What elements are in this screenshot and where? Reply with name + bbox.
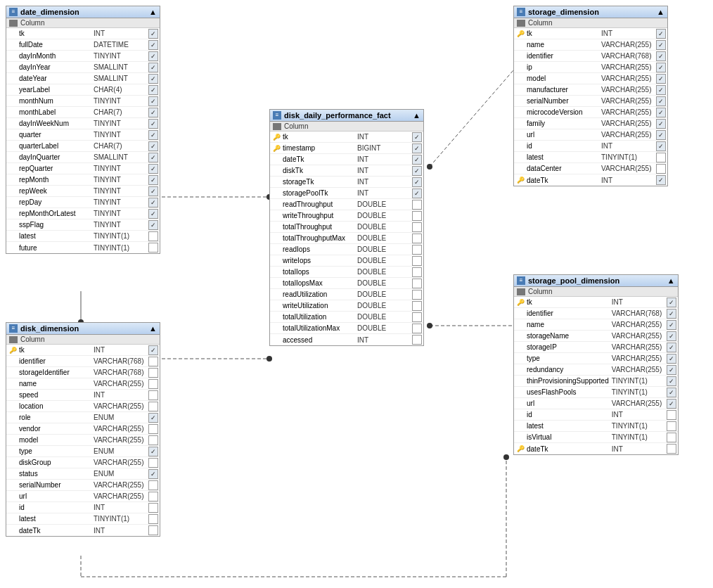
table-row[interactable]: readThroughputDOUBLE xyxy=(270,199,423,210)
table-row[interactable]: totalUtilizationMaxDOUBLE xyxy=(270,323,423,334)
table-row[interactable]: totalThroughputMaxDOUBLE xyxy=(270,233,423,244)
column-checkbox[interactable]: ✓ xyxy=(656,141,666,151)
column-checkbox[interactable]: ✓ xyxy=(148,29,158,39)
table-row[interactable]: idINT xyxy=(514,409,678,421)
table-row[interactable]: monthNumTINYINT✓ xyxy=(6,96,160,107)
table-row[interactable]: identifierVARCHAR(768) xyxy=(6,356,160,367)
column-checkbox[interactable] xyxy=(148,458,158,468)
column-checkbox[interactable] xyxy=(148,368,158,378)
column-checkbox[interactable] xyxy=(148,243,158,253)
column-checkbox[interactable]: ✓ xyxy=(148,119,158,129)
maximize-icon[interactable]: ▲ xyxy=(149,324,157,333)
table-row[interactable]: dateTkINT✓ xyxy=(270,154,423,165)
column-checkbox[interactable]: ✓ xyxy=(148,96,158,106)
table-row[interactable]: storageTkINT✓ xyxy=(270,177,423,188)
column-checkbox[interactable] xyxy=(667,421,676,431)
column-checkbox[interactable] xyxy=(148,492,158,501)
table-row[interactable]: modelVARCHAR(255)✓ xyxy=(514,73,667,84)
column-checkbox[interactable]: ✓ xyxy=(667,331,676,341)
column-checkbox[interactable] xyxy=(148,390,158,400)
column-checkbox[interactable] xyxy=(412,301,422,311)
maximize-icon[interactable]: ▲ xyxy=(667,276,675,285)
column-checkbox[interactable] xyxy=(667,410,676,420)
column-checkbox[interactable]: ✓ xyxy=(148,198,158,207)
column-checkbox[interactable] xyxy=(412,211,422,221)
column-checkbox[interactable]: ✓ xyxy=(412,132,422,142)
column-checkbox[interactable] xyxy=(148,402,158,411)
table-row[interactable]: roleENUM✓ xyxy=(6,412,160,423)
column-checkbox[interactable] xyxy=(412,279,422,288)
table-row[interactable]: sspFlagTINYINT✓ xyxy=(6,219,160,231)
table-row[interactable]: totalIopsDOUBLE xyxy=(270,267,423,278)
table-row[interactable]: latestTINYINT(1) xyxy=(6,513,160,525)
table-header-disk_dimension[interactable]: ≡disk_dimension▲ xyxy=(6,323,160,335)
column-checkbox[interactable]: ✓ xyxy=(148,345,158,355)
table-header-date_dimension[interactable]: ≡date_dimension▲ xyxy=(6,6,160,18)
table-header-storage_dimension[interactable]: ≡storage_dimension▲ xyxy=(514,6,667,18)
table-row[interactable]: manufacturerVARCHAR(255)✓ xyxy=(514,84,667,96)
column-checkbox[interactable] xyxy=(148,435,158,445)
column-checkbox[interactable]: ✓ xyxy=(148,108,158,117)
table-row[interactable]: latestTINYINT(1) xyxy=(514,421,678,432)
table-row[interactable]: storageNameVARCHAR(255)✓ xyxy=(514,331,678,342)
column-checkbox[interactable] xyxy=(656,153,666,162)
table-row[interactable]: 🔑dateTkINT✓ xyxy=(514,174,667,186)
table-row[interactable]: totalThroughputDOUBLE xyxy=(270,222,423,233)
column-checkbox[interactable]: ✓ xyxy=(148,51,158,61)
column-checkbox[interactable]: ✓ xyxy=(148,74,158,84)
column-checkbox[interactable]: ✓ xyxy=(148,164,158,174)
table-row[interactable]: dateTkINT xyxy=(6,525,160,536)
column-checkbox[interactable]: ✓ xyxy=(148,63,158,72)
table-row[interactable]: identifierVARCHAR(768)✓ xyxy=(514,51,667,62)
table-row[interactable]: totalUtilizationDOUBLE xyxy=(270,312,423,323)
table-row[interactable]: 🔑tkINT✓ xyxy=(6,345,160,356)
table-row[interactable]: diskTkINT✓ xyxy=(270,165,423,177)
column-checkbox[interactable] xyxy=(148,525,158,535)
column-checkbox[interactable]: ✓ xyxy=(656,51,666,61)
table-row[interactable]: usesFlashPoolsTINYINT(1)✓ xyxy=(514,387,678,398)
column-checkbox[interactable] xyxy=(412,312,422,322)
column-checkbox[interactable]: ✓ xyxy=(148,413,158,423)
column-checkbox[interactable] xyxy=(412,290,422,300)
table-row[interactable]: nameVARCHAR(255)✓ xyxy=(514,39,667,51)
column-checkbox[interactable]: ✓ xyxy=(656,175,666,185)
column-checkbox[interactable]: ✓ xyxy=(148,153,158,162)
maximize-icon[interactable]: ▲ xyxy=(149,8,157,16)
table-header-disk_daily_performance_fact[interactable]: ≡disk_daily_performance_fact▲ xyxy=(270,110,423,122)
column-checkbox[interactable]: ✓ xyxy=(148,186,158,196)
table-header-storage_pool_dimension[interactable]: ≡storage_pool_dimension▲ xyxy=(514,275,678,287)
table-row[interactable]: 🔑dateTkINT xyxy=(514,443,678,454)
column-checkbox[interactable]: ✓ xyxy=(667,354,676,364)
column-checkbox[interactable]: ✓ xyxy=(148,130,158,140)
table-row[interactable]: latestTINYINT(1) xyxy=(6,231,160,242)
column-checkbox[interactable]: ✓ xyxy=(667,399,676,409)
column-checkbox[interactable] xyxy=(412,200,422,210)
column-checkbox[interactable]: ✓ xyxy=(667,388,676,397)
table-row[interactable]: storageIdentifierVARCHAR(768) xyxy=(6,367,160,378)
column-checkbox[interactable] xyxy=(412,222,422,232)
table-row[interactable]: tkINT✓ xyxy=(6,28,160,39)
column-checkbox[interactable] xyxy=(412,324,422,333)
column-checkbox[interactable]: ✓ xyxy=(412,188,422,198)
table-row[interactable]: 🔑tkINT✓ xyxy=(514,297,678,308)
table-row[interactable]: repWeekTINYINT✓ xyxy=(6,186,160,197)
column-checkbox[interactable] xyxy=(148,357,158,366)
column-checkbox[interactable]: ✓ xyxy=(148,175,158,185)
maximize-icon[interactable]: ▲ xyxy=(413,111,420,120)
table-row[interactable]: storageIPVARCHAR(255)✓ xyxy=(514,342,678,353)
table-row[interactable]: vendorVARCHAR(255) xyxy=(6,423,160,435)
column-checkbox[interactable]: ✓ xyxy=(656,63,666,72)
table-row[interactable]: idINT xyxy=(6,502,160,513)
table-row[interactable]: typeENUM✓ xyxy=(6,446,160,457)
table-row[interactable]: latestTINYINT(1) xyxy=(514,152,667,163)
column-checkbox[interactable]: ✓ xyxy=(412,155,422,165)
column-checkbox[interactable]: ✓ xyxy=(656,74,666,84)
column-checkbox[interactable]: ✓ xyxy=(148,40,158,50)
table-row[interactable]: dataCenterVARCHAR(255) xyxy=(514,163,667,174)
table-row[interactable]: microcodeVersionVARCHAR(255)✓ xyxy=(514,107,667,118)
table-row[interactable]: serialNumberVARCHAR(255)✓ xyxy=(514,96,667,107)
table-row[interactable]: writeUtilizationDOUBLE xyxy=(270,300,423,312)
column-checkbox[interactable]: ✓ xyxy=(667,309,676,319)
table-row[interactable]: isVirtualTINYINT(1) xyxy=(514,432,678,443)
table-row[interactable]: repQuarterTINYINT✓ xyxy=(6,163,160,174)
